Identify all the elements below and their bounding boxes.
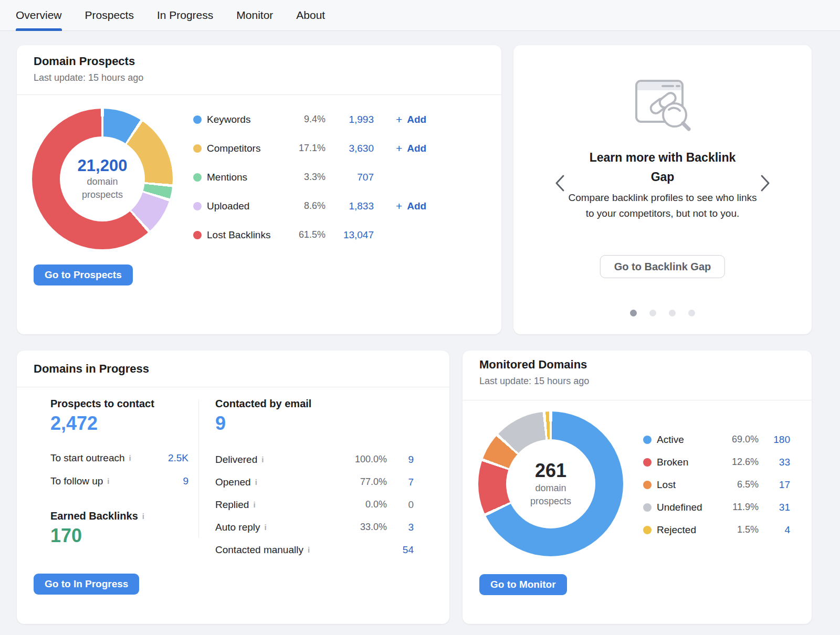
info-icon[interactable]: i — [255, 478, 257, 486]
legend-row-active: Active 69.0% 180 — [643, 428, 790, 451]
stat-row-delivered: Deliveredi 100.0% 9 — [215, 448, 414, 471]
carousel-next-button[interactable] — [757, 171, 774, 197]
divider — [17, 387, 449, 387]
legend-row-rejected: Rejected 1.5% 4 — [643, 518, 790, 541]
info-icon[interactable]: i — [265, 523, 267, 532]
tab-in-progress[interactable]: In Progress — [157, 0, 213, 31]
tab-prospects[interactable]: Prospects — [85, 0, 134, 31]
legend-percent: 9.4% — [294, 114, 326, 125]
tab-monitor[interactable]: Monitor — [236, 0, 273, 31]
plus-icon: + — [396, 200, 402, 213]
legend-percent: 69.0% — [720, 434, 759, 445]
go-to-in-progress-button[interactable]: Go to In Progress — [34, 574, 139, 595]
divider — [463, 400, 812, 400]
donut-total-value: 261 — [535, 460, 566, 482]
last-update-text: Last update: 15 hours ago — [34, 72, 143, 83]
legend-label: Keywords — [207, 114, 294, 125]
carousel-dot-3[interactable] — [669, 310, 676, 316]
stat-label: Contacted manuallyi — [215, 544, 340, 556]
contacted-by-email-title: Contacted by email — [215, 398, 311, 410]
contacted-by-email-value[interactable]: 9 — [215, 412, 226, 435]
rejected-color-dot — [643, 526, 652, 534]
legend-percent: 61.5% — [294, 229, 326, 240]
info-icon[interactable]: i — [142, 512, 144, 521]
stat-row-contacted-manually: Contacted manuallyi 54 — [215, 538, 414, 561]
add-uploaded-link[interactable]: +Add — [396, 200, 426, 213]
add-competitors-link[interactable]: +Add — [396, 142, 426, 155]
tab-about[interactable]: About — [296, 0, 325, 31]
legend-value-link[interactable]: 1,833 — [326, 200, 374, 212]
donut-center: 21,200 domain prospects — [60, 136, 145, 221]
card-title: Domain Prospects — [34, 55, 135, 68]
legend-row-keywords: Keywords 9.4% 1,993 +Add — [193, 105, 426, 134]
legend-value-link[interactable]: 1,993 — [326, 114, 374, 125]
legend-value-link[interactable]: 17 — [759, 479, 790, 491]
domain-prospects-card: Domain Prospects Last update: 15 hours a… — [17, 45, 501, 334]
legend-label: Lost — [657, 479, 720, 491]
stat-value-link[interactable]: 3 — [387, 522, 414, 533]
carousel-dot-1[interactable] — [630, 310, 637, 316]
legend-value-link[interactable]: 31 — [759, 502, 790, 513]
add-keywords-link[interactable]: +Add — [396, 113, 426, 126]
backlink-gap-illustration-icon — [631, 77, 694, 139]
tab-in-progress-label: In Progress — [157, 9, 213, 22]
legend-value-link[interactable]: 3,630 — [326, 143, 374, 154]
lost-color-dot — [643, 481, 652, 489]
info-icon[interactable]: i — [129, 453, 131, 462]
donut-total-label: domain prospects — [519, 482, 582, 508]
plus-icon: + — [396, 113, 402, 126]
info-icon[interactable]: i — [308, 545, 310, 554]
info-icon[interactable]: i — [253, 500, 255, 509]
legend-row-uploaded: Uploaded 8.6% 1,833 +Add — [193, 192, 426, 220]
tab-monitor-label: Monitor — [236, 9, 273, 22]
stat-label: Auto replyi — [215, 522, 340, 533]
monitored-domains-card: Monitored Domains Last update: 15 hours … — [463, 351, 812, 624]
donut-total-label: domain prospects — [71, 175, 134, 202]
tab-overview[interactable]: Overview — [16, 0, 62, 31]
donut-center: 261 domain prospects — [506, 439, 595, 528]
legend-percent: 12.6% — [720, 457, 759, 468]
stat-value-link[interactable]: 54 — [387, 544, 414, 556]
stat-value-link[interactable]: 7 — [387, 477, 414, 488]
domains-in-progress-card: Domains in Progress Prospects to contact… — [17, 351, 449, 624]
legend-row-mentions: Mentions 3.3% 707 — [193, 163, 426, 192]
legend-percent: 6.5% — [720, 479, 759, 490]
tab-prospects-label: Prospects — [85, 9, 134, 22]
link-building-overview-page: Overview Prospects In Progress Monitor A… — [0, 0, 840, 635]
legend-value-link[interactable]: 13,047 — [326, 229, 374, 241]
legend-row-competitors: Competitors 17.1% 3,630 +Add — [193, 134, 426, 163]
carousel-prev-button[interactable] — [551, 171, 568, 197]
legend-value-link[interactable]: 707 — [326, 172, 374, 183]
legend-label: Undefined — [657, 502, 720, 513]
prospects-to-contact-value[interactable]: 2,472 — [50, 412, 98, 435]
stat-percent: 0.0% — [340, 499, 387, 510]
stat-value-link[interactable]: 9 — [387, 454, 414, 465]
carousel-dots — [630, 310, 695, 316]
carousel-dot-4[interactable] — [688, 310, 695, 316]
go-to-monitor-button[interactable]: Go to Monitor — [479, 574, 567, 595]
chevron-right-icon — [760, 174, 771, 192]
active-color-dot — [643, 436, 652, 444]
go-to-backlink-gap-button[interactable]: Go to Backlink Gap — [600, 255, 725, 278]
legend-value-link[interactable]: 33 — [759, 457, 790, 468]
stat-percent: 77.0% — [340, 477, 387, 488]
add-label: Add — [407, 114, 426, 125]
card-title: Domains in Progress — [34, 362, 149, 376]
stat-value-link[interactable]: 2.5K — [146, 452, 188, 464]
legend-row-broken: Broken 12.6% 33 — [643, 451, 790, 473]
go-to-prospects-button[interactable]: Go to Prospects — [34, 264, 133, 285]
legend-label: Rejected — [657, 524, 720, 536]
info-icon[interactable]: i — [107, 477, 109, 485]
card-title: Monitored Domains — [479, 358, 587, 372]
plus-icon: + — [396, 142, 402, 155]
stat-row-to-follow-up: To follow upi 9 — [50, 470, 188, 493]
earned-backlinks-value: 170 — [50, 525, 82, 547]
legend-value-link[interactable]: 180 — [759, 434, 790, 446]
legend-value-link[interactable]: 4 — [759, 524, 790, 536]
info-icon[interactable]: i — [261, 455, 264, 464]
stat-row-auto-reply: Auto replyi 33.0% 3 — [215, 516, 414, 538]
legend-row-undefined: Undefined 11.9% 31 — [643, 496, 790, 518]
prospects-to-contact-title: Prospects to contact — [50, 398, 154, 410]
carousel-dot-2[interactable] — [649, 310, 656, 316]
stat-value-link[interactable]: 9 — [146, 475, 188, 487]
